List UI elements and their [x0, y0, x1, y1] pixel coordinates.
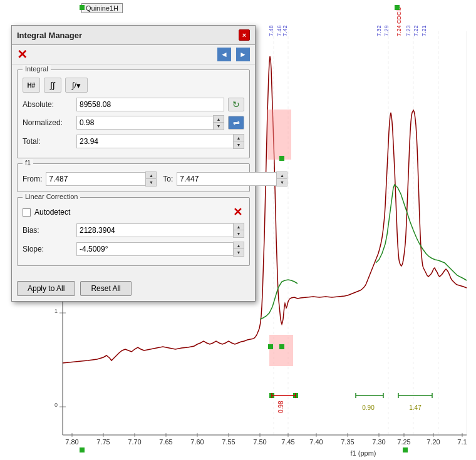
integral-group: Integral H# ∫∫ ∫/▾ Absolute: ↻ [17, 69, 250, 158]
marker-green [80, 5, 85, 10]
from-spinner: ▲ ▼ [46, 171, 157, 187]
from-spin-up[interactable]: ▲ [146, 172, 156, 179]
autodetect-text: Autodetect [34, 208, 70, 217]
autodetect-left: Autodetect [23, 208, 70, 217]
to-spin-buttons: ▲ ▼ [276, 171, 287, 187]
from-label: From: [23, 175, 42, 183]
dialog-toolbar: ✕ ◄ ► [12, 45, 255, 64]
linear-correction-group: Linear Correction Autodetect ✕ Bias: ▲ ▼ [17, 197, 250, 266]
h-hash-button[interactable]: H# [23, 78, 40, 93]
normalized-row: Normalized: ▲ ▼ ⇌ [23, 115, 244, 130]
slope-label: Slope: [23, 245, 73, 253]
normalized-spin-buttons: ▲ ▼ [213, 115, 224, 130]
delete-button[interactable]: ✕ [17, 48, 28, 61]
integral-toolbar: H# ∫∫ ∫/▾ [23, 78, 244, 93]
link-button[interactable]: ⇌ [228, 116, 244, 130]
total-spinner: ▲ ▼ [76, 134, 244, 149]
to-spin-down[interactable]: ▼ [277, 179, 287, 186]
normalized-label: Normalized: [23, 118, 73, 127]
spectrum-title: Quinine1H [81, 3, 123, 13]
from-spin-down[interactable]: ▼ [146, 179, 156, 186]
bias-spin-down[interactable]: ▼ [234, 230, 244, 237]
total-label: Total: [23, 137, 73, 146]
autodetect-row: Autodetect ✕ [23, 205, 244, 219]
nav-next-button[interactable]: ► [236, 48, 250, 61]
to-spin-up[interactable]: ▲ [277, 172, 287, 179]
absolute-row: Absolute: ↻ [23, 98, 244, 111]
slope-spin-up[interactable]: ▲ [234, 242, 244, 249]
integral-manager-dialog: Integral Manager × ✕ ◄ ► Integral H# ∫∫ [11, 25, 256, 302]
integral-ratio-button[interactable]: ∫/▾ [65, 78, 88, 93]
apply-to-all-button[interactable]: Apply to All [17, 281, 75, 296]
to-input[interactable] [177, 172, 276, 186]
normalized-spinner: ▲ ▼ [76, 115, 224, 130]
normalized-spin-up[interactable]: ▲ [214, 116, 224, 123]
autodetect-checkbox[interactable] [23, 208, 31, 217]
dialog-title: Integral Manager [17, 31, 82, 40]
absolute-input[interactable] [76, 98, 224, 111]
total-spin-up[interactable]: ▲ [234, 135, 244, 141]
f1-row: From: ▲ ▼ To: ▲ ▼ [23, 171, 244, 187]
marker-green [395, 5, 400, 10]
from-spin-buttons: ▲ ▼ [145, 171, 157, 187]
close-button[interactable]: × [239, 29, 250, 41]
integral-peaks-button[interactable]: ∫∫ [44, 78, 61, 93]
dialog-titlebar[interactable]: Integral Manager × [12, 26, 255, 45]
linear-correction-label: Linear Correction [23, 193, 80, 200]
bias-input[interactable] [76, 223, 233, 237]
nav-prev-button[interactable]: ◄ [217, 48, 231, 61]
bias-spinner: ▲ ▼ [76, 223, 244, 238]
dialog-body: Integral H# ∫∫ ∫/▾ Absolute: ↻ [12, 64, 255, 276]
total-row: Total: ▲ ▼ [23, 134, 244, 149]
bottom-buttons: Apply to All Reset All [12, 276, 255, 301]
bias-spin-buttons: ▲ ▼ [233, 223, 244, 238]
from-input[interactable] [46, 172, 145, 186]
bias-label: Bias: [23, 226, 73, 235]
total-spin-buttons: ▲ ▼ [233, 134, 244, 149]
slope-input[interactable] [76, 242, 233, 256]
refresh-button[interactable]: ↻ [228, 98, 244, 111]
f1-group-label: f1 [23, 159, 33, 166]
slope-spin-down[interactable]: ▼ [234, 249, 244, 256]
total-input[interactable] [76, 135, 233, 148]
absolute-label: Absolute: [23, 100, 73, 109]
bias-spin-up[interactable]: ▲ [234, 223, 244, 230]
integral-group-label: Integral [23, 65, 51, 73]
normalized-input[interactable] [76, 116, 213, 130]
slope-spin-buttons: ▲ ▼ [233, 242, 244, 257]
total-spin-down[interactable]: ▼ [234, 141, 244, 148]
linear-correction-delete[interactable]: ✕ [230, 205, 244, 219]
f1-group: f1 From: ▲ ▼ To: ▲ ▼ [17, 163, 250, 192]
to-label: To: [163, 175, 173, 183]
slope-spinner: ▲ ▼ [76, 242, 244, 257]
to-spinner: ▲ ▼ [177, 171, 287, 187]
reset-all-button[interactable]: Reset All [80, 281, 131, 296]
normalized-spin-down[interactable]: ▼ [214, 123, 224, 130]
slope-row: Slope: ▲ ▼ [23, 242, 244, 257]
bias-row: Bias: ▲ ▼ [23, 223, 244, 238]
